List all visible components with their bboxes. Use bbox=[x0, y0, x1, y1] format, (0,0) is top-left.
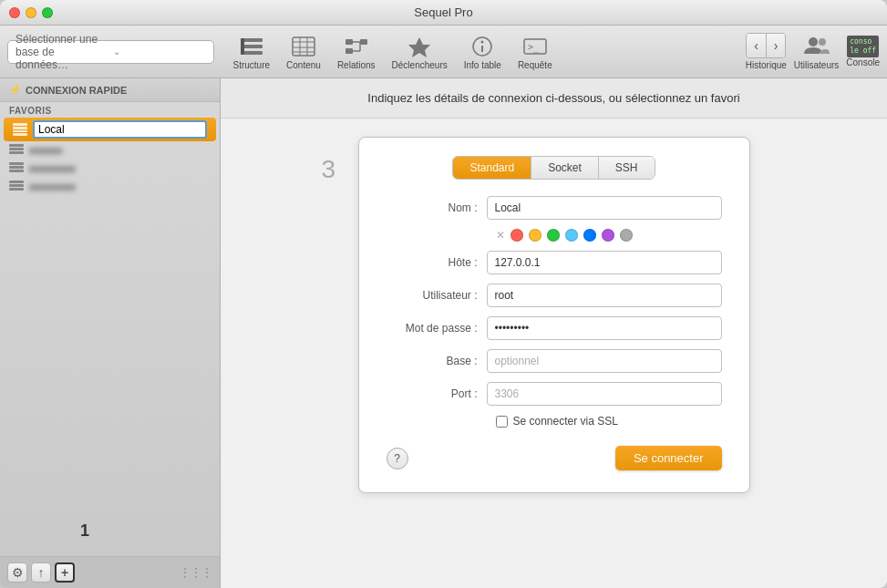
sidebar-header-label: CONNEXION RAPIDE bbox=[26, 85, 127, 96]
db-icon-3 bbox=[9, 162, 24, 175]
color-lightblue[interactable] bbox=[565, 229, 578, 242]
resize-handle[interactable]: ⋮⋮⋮ bbox=[180, 566, 212, 579]
hote-input[interactable] bbox=[487, 251, 722, 274]
toolbar-items: Structure Contenu bbox=[225, 32, 741, 72]
svg-rect-4 bbox=[293, 37, 315, 56]
requete-icon: >_ bbox=[521, 34, 550, 59]
sidebar-item-3[interactable]: ●●●●●●● bbox=[0, 160, 220, 178]
lightning-icon: ⚡ bbox=[9, 84, 22, 96]
db-icon-local bbox=[13, 123, 27, 136]
hote-label: Hôte : bbox=[387, 256, 487, 269]
structure-label: Structure bbox=[232, 60, 270, 70]
color-red[interactable] bbox=[511, 229, 523, 242]
utilisateur-input[interactable] bbox=[487, 284, 722, 307]
contenu-label: Contenu bbox=[286, 60, 321, 70]
nav-buttons: ‹ › bbox=[746, 33, 786, 58]
svg-rect-10 bbox=[346, 39, 353, 45]
clear-color-button[interactable]: ✕ bbox=[496, 229, 505, 242]
form-wrapper: 3 Standard Socket SSH Nom : bbox=[358, 137, 750, 493]
gear-button[interactable]: ⚙ bbox=[7, 562, 27, 583]
toolbar-contenu[interactable]: Contenu bbox=[279, 32, 328, 72]
maximize-button[interactable] bbox=[42, 7, 53, 18]
sidebar-item-label-2: ●●●●● bbox=[29, 144, 62, 157]
svg-point-22 bbox=[809, 37, 818, 46]
form-row-port: Port : bbox=[387, 382, 722, 406]
sidebar-item-local-input[interactable] bbox=[33, 120, 207, 139]
tab-ssh[interactable]: SSH bbox=[599, 157, 655, 179]
titlebar: Sequel Pro bbox=[0, 0, 887, 26]
sidebar-items: ●●●●● ●●●●●●● ●●●●●●● bbox=[0, 118, 220, 556]
gear-icon: ⚙ bbox=[12, 565, 24, 580]
utilisateurs-button[interactable]: Utilisateurs bbox=[794, 34, 839, 70]
declencheurs-icon bbox=[405, 34, 434, 59]
sidebar-item-4[interactable]: ●●●●●●● bbox=[0, 178, 220, 196]
forward-button[interactable]: › bbox=[767, 34, 786, 57]
console-button[interactable]: console off Console bbox=[846, 36, 880, 67]
nom-label: Nom : bbox=[387, 201, 487, 214]
toolbar-structure[interactable]: Structure bbox=[225, 32, 277, 72]
tab-standard[interactable]: Standard bbox=[453, 157, 531, 179]
form-row-base: Base : bbox=[387, 349, 722, 373]
db-selector[interactable]: Sélectionner une base de données… ⌄ bbox=[7, 40, 214, 64]
toolbar-declencheurs[interactable]: Déclencheurs bbox=[385, 32, 455, 72]
ssl-checkbox[interactable] bbox=[496, 416, 508, 428]
svg-marker-16 bbox=[408, 37, 430, 57]
info-table-icon bbox=[468, 34, 497, 59]
window-title: Sequel Pro bbox=[414, 5, 472, 19]
utilisateurs-label: Utilisateurs bbox=[794, 60, 839, 70]
sidebar-item-2[interactable]: ●●●●● bbox=[0, 141, 220, 160]
toolbar: Sélectionner une base de données… ⌄ Stru… bbox=[0, 26, 887, 78]
db-selector-label: Sélectionner une base de données… bbox=[15, 33, 109, 71]
base-input[interactable] bbox=[487, 349, 722, 373]
connection-form-area: 3 Standard Socket SSH Nom : bbox=[221, 119, 887, 588]
color-gray[interactable] bbox=[620, 229, 633, 242]
db-icon-4 bbox=[9, 181, 24, 193]
relations-label: Relations bbox=[337, 60, 376, 70]
sidebar-item-local[interactable] bbox=[4, 118, 216, 141]
step-3-label: 3 bbox=[322, 155, 336, 184]
sidebar-item-label-3: ●●●●●●● bbox=[29, 162, 76, 175]
help-icon: ? bbox=[394, 452, 400, 465]
base-label: Base : bbox=[387, 355, 487, 367]
plus-icon: + bbox=[61, 565, 68, 580]
svg-rect-11 bbox=[360, 39, 367, 45]
content-area: Indiquez les détails de connexion ci-des… bbox=[221, 78, 887, 588]
ssl-label: Se connecter via SSL bbox=[513, 415, 618, 428]
connect-button[interactable]: Se connecter bbox=[615, 446, 722, 470]
relations-icon bbox=[342, 34, 371, 59]
add-button[interactable]: + bbox=[55, 562, 75, 583]
tab-socket[interactable]: Socket bbox=[531, 157, 599, 179]
window-controls bbox=[9, 7, 53, 18]
main-layout: ⚡ CONNEXION RAPIDE FAVORIS bbox=[0, 78, 887, 588]
toolbar-info-table[interactable]: Info table bbox=[457, 32, 509, 72]
form-footer: ? Se connecter bbox=[387, 446, 722, 470]
toolbar-requete[interactable]: >_ Requête bbox=[511, 32, 560, 72]
connection-panel: Standard Socket SSH Nom : ✕ bbox=[358, 137, 750, 493]
toolbar-relations[interactable]: Relations bbox=[330, 32, 383, 72]
help-button[interactable]: ? bbox=[387, 448, 408, 469]
motdepasse-input[interactable] bbox=[487, 316, 722, 340]
console-label: Console bbox=[846, 57, 880, 67]
port-input[interactable] bbox=[487, 382, 722, 406]
nom-input[interactable] bbox=[487, 196, 722, 220]
color-orange[interactable] bbox=[529, 229, 541, 242]
close-button[interactable] bbox=[9, 7, 20, 18]
port-label: Port : bbox=[387, 387, 487, 400]
contenu-icon bbox=[289, 34, 318, 59]
tab-bar: Standard Socket SSH bbox=[452, 156, 655, 180]
console-icon: console off bbox=[847, 36, 879, 57]
color-green[interactable] bbox=[547, 229, 560, 242]
svg-text:>_: >_ bbox=[528, 42, 540, 53]
minimize-button[interactable] bbox=[26, 7, 36, 18]
connection-header: Indiquez les détails de connexion ci-des… bbox=[221, 78, 887, 119]
color-purple[interactable] bbox=[602, 229, 614, 242]
share-button[interactable]: ↑ bbox=[31, 562, 51, 583]
motdepasse-label: Mot de passe : bbox=[387, 322, 487, 335]
back-button[interactable]: ‹ bbox=[747, 34, 767, 57]
sidebar-header: ⚡ CONNEXION RAPIDE bbox=[0, 78, 220, 102]
color-blue[interactable] bbox=[583, 229, 596, 242]
sidebar-section-label: FAVORIS bbox=[0, 102, 220, 118]
svg-point-23 bbox=[819, 38, 826, 46]
db-icon-2 bbox=[9, 144, 24, 157]
sidebar-item-label-4: ●●●●●●● bbox=[29, 181, 76, 193]
